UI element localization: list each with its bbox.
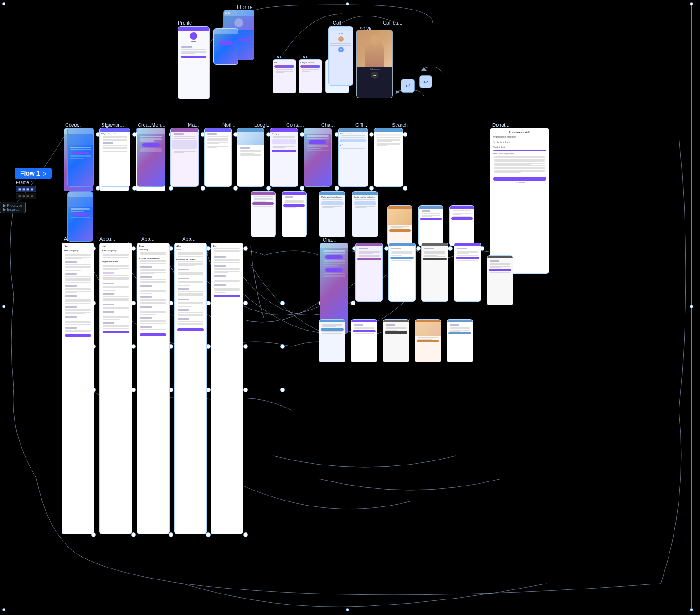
screen-about5[interactable]: Abo... — [211, 243, 243, 534]
svg-marker-0 — [394, 89, 400, 94]
screen-call-camera[interactable]: Call camera ↩ — [356, 30, 393, 98]
conn-dot-b3 — [169, 532, 173, 537]
screen-bot-r3[interactable] — [383, 319, 409, 362]
call-label: Call — [333, 20, 341, 26]
return-icon-1[interactable]: ↩ — [401, 79, 415, 93]
corner-handle-bl[interactable] — [2, 608, 5, 611]
about3-label: Abo... — [141, 236, 154, 242]
fra1-label: Fra... — [273, 54, 285, 59]
cha2-label: Cha... — [323, 237, 336, 243]
conn-dot-b2 — [131, 532, 136, 537]
conn-dot-m5 — [243, 301, 248, 305]
screen-bot-r2[interactable] — [351, 319, 377, 362]
screen-r-mid3[interactable] — [421, 243, 448, 302]
svg-marker-1 — [421, 67, 427, 71]
lodgi-label: Lodgi... — [254, 122, 271, 128]
screen-ho[interactable] — [67, 128, 94, 187]
conn-dot-20 — [403, 186, 407, 191]
screen-about1[interactable]: Lien... Your property — [62, 243, 94, 534]
about4-label: Abo... — [182, 236, 196, 242]
flow-label-text: Flow 1 — [20, 170, 40, 177]
screen-profile[interactable]: Profile — [178, 26, 210, 99]
screen-about2[interactable]: Lien... Your property Belgian des articl… — [99, 243, 132, 534]
home-label: Home — [237, 4, 253, 10]
conta-label: Conta... — [286, 122, 304, 128]
search-label: Search — [392, 122, 408, 128]
conn-dot-e6 — [280, 388, 285, 392]
screen-call[interactable]: 90.24 ↩ — [328, 26, 353, 86]
screen-bot-r1[interactable] — [319, 319, 345, 362]
screen-br2[interactable] — [418, 205, 443, 246]
screen-men[interactable] — [137, 128, 165, 187]
corner-handle-tl[interactable] — [2, 2, 5, 5]
screen-search[interactable] — [374, 128, 403, 187]
mid-handle-t[interactable] — [346, 2, 349, 5]
screen-fra2[interactable]: Can you speak to... — [299, 59, 322, 93]
screen-mid1[interactable] — [251, 191, 276, 237]
return-icon-2[interactable]: ↩ — [419, 75, 432, 88]
screen-about3[interactable]: Abo... Find in my... Inventaire et évalu… — [137, 243, 170, 534]
screen-lawar[interactable]: Belgian law articles — [99, 128, 130, 187]
corner-handle-tr[interactable] — [690, 2, 693, 5]
call-ca-label: Call ca... — [383, 20, 402, 26]
donati-label2: Donati... — [492, 122, 511, 128]
conn-dot-b4 — [206, 532, 211, 537]
conn-dot-17 — [300, 186, 304, 191]
conn-dot-16 — [266, 186, 271, 191]
mid-handle-b[interactable] — [346, 608, 349, 611]
screen-br3[interactable] — [449, 205, 474, 246]
conn-dot-r3 — [416, 246, 421, 251]
lawar-label: Law ar... — [105, 122, 124, 128]
screen-bot-r5[interactable] — [447, 319, 473, 362]
men-label: Men... — [151, 122, 165, 128]
conn-dot-e5 — [243, 388, 248, 392]
flow-play-icon[interactable]: ▷ — [43, 171, 46, 176]
conn-dot-9 — [369, 132, 374, 137]
screen-mid-r1[interactable]: Would you like to book... — [319, 191, 345, 237]
conn-dot-m6 — [280, 301, 285, 305]
flow-1-container: Flow 1 ▷ — [15, 168, 52, 179]
fra2-label: Fra... — [299, 54, 311, 59]
screen-donati[interactable]: Donations crédit Organisation nationale … — [490, 128, 549, 274]
screen-cha[interactable] — [304, 128, 332, 187]
cha-label: Cha... — [321, 122, 335, 128]
screen-lodgi[interactable] — [237, 128, 264, 187]
conn-dot-r4 — [448, 246, 453, 251]
ma-label: Ma... — [188, 122, 199, 128]
mid-handle-l[interactable] — [2, 305, 5, 308]
frame4-panel: Frame 4 ▣▣▣▣ ▣▣▣▣ — [16, 180, 36, 199]
screen-r-mid2[interactable] — [388, 243, 416, 302]
noti-label: Noti... — [222, 122, 236, 128]
screen-conta[interactable]: Chat pages... — [270, 128, 298, 187]
flow-badge[interactable]: Flow 1 ▷ — [15, 168, 52, 179]
conn-dot-10 — [403, 132, 407, 137]
screen-fra1[interactable]: Fra... — [273, 59, 296, 93]
conn-dot-s5 — [243, 344, 248, 349]
screen-bot-r4[interactable] — [415, 319, 441, 362]
screen-r-mid1[interactable] — [355, 243, 383, 302]
screen-ma[interactable] — [170, 128, 199, 187]
conn-dot-b5 — [243, 532, 248, 537]
screen-add1[interactable] — [487, 255, 513, 305]
about2-label: Abou... — [99, 236, 115, 242]
screen-mid2[interactable] — [282, 191, 307, 237]
screen-ho2[interactable] — [67, 191, 93, 242]
screen-about4[interactable]: Abo... Séc 1... Protection de l'enfance — [174, 243, 207, 534]
conn-dot-18 — [335, 186, 339, 191]
conn-dot-14 — [201, 186, 205, 191]
mid-handle-r[interactable] — [690, 305, 693, 308]
conn-dot-m8 — [351, 301, 355, 305]
screen-br1[interactable] — [387, 205, 412, 246]
screen-home-variant[interactable] — [213, 28, 238, 65]
conn-dot-15 — [233, 186, 238, 191]
screen-noti[interactable] — [204, 128, 232, 187]
offi-label: Offi... — [355, 122, 367, 128]
conn-dot-25 — [243, 246, 248, 251]
conn-dot-s6 — [280, 344, 285, 349]
home-small-label: Ho... — [70, 122, 81, 128]
screen-r-mid4[interactable] — [454, 243, 481, 302]
screen-offi[interactable]: Other website ↩ — [338, 128, 368, 187]
corner-handle-br[interactable] — [690, 608, 693, 611]
flow-start-indicator[interactable]: ▶ Prototype▶ Inspect — [0, 202, 26, 213]
screen-mid-r2[interactable]: Would you like to book... — [352, 191, 378, 237]
